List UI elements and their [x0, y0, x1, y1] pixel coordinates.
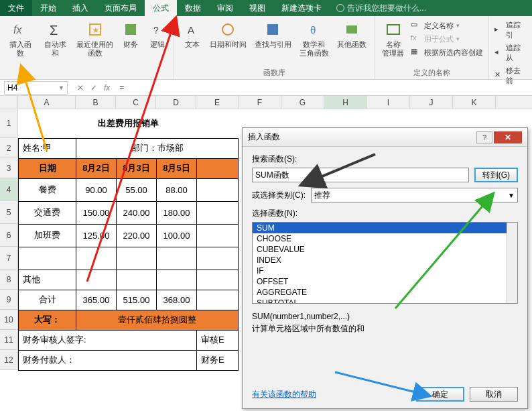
col-D[interactable]: D — [156, 96, 196, 109]
row-blank[interactable] — [19, 247, 76, 270]
list-item[interactable]: SUM — [253, 223, 517, 233]
dialog-titlebar[interactable]: 插入函数 ? ✕ — [243, 128, 527, 147]
total-1[interactable]: 365.00 — [76, 290, 117, 310]
math-button[interactable]: θ 数学和 三角函数 — [295, 17, 333, 60]
trans-3[interactable]: 180.00 — [157, 201, 197, 224]
help-link[interactable]: 有关该函数的帮助 — [252, 389, 316, 400]
col-B[interactable]: B — [76, 96, 116, 109]
accept-formula-icon[interactable]: ✓ — [90, 83, 97, 93]
row-11[interactable]: 11 — [0, 330, 18, 350]
trace-dependents-button[interactable]: ◂追踪从 — [492, 42, 527, 64]
tab-file[interactable]: 文件 — [0, 0, 32, 16]
help-button[interactable]: ? — [476, 131, 492, 143]
sign1b[interactable]: 审核E — [197, 330, 239, 350]
search-input[interactable] — [252, 168, 469, 182]
tab-view[interactable]: 视图 — [241, 0, 273, 16]
name-box[interactable]: H4 ▼ — [4, 81, 68, 95]
datetime-button[interactable]: 日期和时间 — [206, 17, 251, 52]
total-3[interactable]: 368.00 — [157, 290, 197, 310]
trans-2[interactable]: 240.00 — [117, 201, 157, 224]
formula-input[interactable]: = — [115, 83, 532, 93]
list-item[interactable]: CHOOSE — [253, 233, 517, 244]
row-8[interactable]: 8 — [0, 270, 18, 290]
fx-bar-icon[interactable]: fx — [104, 83, 110, 93]
use-formula-button[interactable]: fx用于公式▾ — [408, 32, 486, 46]
meal-2[interactable]: 55.00 — [117, 178, 157, 201]
col-J[interactable]: J — [410, 96, 453, 109]
list-item[interactable]: IF — [253, 266, 517, 276]
col-K[interactable]: K — [453, 96, 496, 109]
sign2b[interactable]: 财务E — [197, 350, 239, 370]
logic-button[interactable]: ? 逻辑 — [144, 17, 171, 52]
row-6[interactable]: 6 — [0, 224, 18, 247]
create-from-sel-button[interactable]: ▦根据所选内容创建 — [408, 46, 486, 59]
upper-lbl[interactable]: 大写： — [19, 310, 76, 330]
meal-3[interactable]: 88.00 — [157, 178, 197, 201]
col-H[interactable]: H — [324, 96, 367, 109]
other-fn-button[interactable]: 其他函数 — [333, 17, 371, 52]
col-E[interactable]: E — [196, 96, 239, 109]
row-12[interactable]: 12 — [0, 350, 18, 370]
row-trans-lbl[interactable]: 交通费 — [19, 201, 76, 224]
list-item[interactable]: OFFSET — [253, 276, 517, 287]
tell-me[interactable]: 告诉我您想要做什么... — [336, 3, 426, 14]
ot-1[interactable]: 125.00 — [76, 224, 117, 247]
meal-1[interactable]: 90.00 — [76, 178, 117, 201]
insert-function-button[interactable]: fx 插入函数 — [3, 17, 38, 60]
row-9[interactable]: 9 — [0, 290, 18, 310]
ot-3[interactable]: 100.00 — [157, 224, 197, 247]
define-name-button[interactable]: ▭定义名称▾ — [408, 19, 486, 32]
list-item[interactable]: AGGREGATE — [253, 287, 517, 298]
category-select[interactable]: 推荐 ▼ — [311, 188, 518, 202]
row-ot-lbl[interactable]: 加班费 — [19, 224, 76, 247]
goto-button[interactable]: 转到(G) — [474, 168, 518, 182]
autosum-button[interactable]: Σ 自动求和 — [38, 17, 72, 60]
row-meal-lbl[interactable]: 餐费 — [19, 178, 76, 201]
recent-button[interactable]: ★ 最近使用的 函数 — [72, 17, 117, 60]
col-I[interactable]: I — [367, 96, 410, 109]
select-all-corner[interactable] — [0, 96, 18, 109]
tab-home[interactable]: 开始 — [32, 0, 64, 16]
trans-4[interactable] — [197, 201, 239, 224]
close-button[interactable]: ✕ — [494, 131, 522, 143]
row-3[interactable]: 3 — [0, 158, 18, 178]
ok-button[interactable]: 确定 — [416, 387, 464, 402]
lookup-button[interactable]: 查找与引用 — [251, 17, 295, 52]
row-other-lbl[interactable]: 其他 — [19, 270, 76, 290]
trace-precedents-button[interactable]: ▸追踪引 — [492, 19, 527, 42]
tab-review[interactable]: 审阅 — [209, 0, 241, 16]
cancel-formula-icon[interactable]: ✕ — [77, 83, 84, 93]
total-2[interactable]: 515.00 — [117, 290, 157, 310]
name-manager-button[interactable]: 名称 管理器 — [378, 17, 408, 60]
tab-newtab[interactable]: 新建选项卡 — [273, 0, 330, 16]
ot-2[interactable]: 220.00 — [117, 224, 157, 247]
row-2[interactable]: 2 — [0, 138, 18, 158]
dept-cell[interactable]: 部门：市场部 — [76, 138, 239, 158]
meal-4[interactable] — [197, 178, 239, 201]
scrollbar[interactable] — [507, 223, 517, 303]
row-1[interactable]: 1 — [0, 109, 18, 138]
text-button[interactable]: A 文本 — [179, 17, 206, 52]
row-5[interactable]: 5 — [0, 201, 18, 224]
tab-layout[interactable]: 页面布局 — [96, 0, 145, 16]
function-list[interactable]: SUM CHOOSE CUBEVALUE INDEX IF OFFSET AGG… — [252, 222, 518, 304]
col-F[interactable]: F — [239, 96, 281, 109]
trans-1[interactable]: 150.00 — [76, 201, 117, 224]
tab-formula[interactable]: 公式 — [145, 0, 177, 16]
sign1[interactable]: 财务审核人签字: — [19, 330, 197, 350]
row-4[interactable]: 4 — [0, 178, 18, 201]
row-7[interactable]: 7 — [0, 247, 18, 270]
list-item[interactable]: SUBTOTAL — [253, 298, 517, 304]
col-G[interactable]: G — [281, 96, 324, 109]
col-A[interactable]: A — [18, 96, 76, 109]
tab-data[interactable]: 数据 — [177, 0, 209, 16]
list-item[interactable]: INDEX — [253, 255, 517, 266]
list-item[interactable]: CUBEVALUE — [253, 244, 517, 255]
col-C[interactable]: C — [116, 96, 156, 109]
finance-button[interactable]: 财务 — [117, 17, 144, 52]
cancel-button[interactable]: 取消 — [470, 387, 518, 402]
row-total-lbl[interactable]: 合计 — [19, 290, 76, 310]
sign2[interactable]: 财务付款人： — [19, 350, 197, 370]
name-cell[interactable]: 姓名:甲 — [19, 138, 76, 158]
chevron-down-icon[interactable]: ▼ — [58, 84, 64, 91]
